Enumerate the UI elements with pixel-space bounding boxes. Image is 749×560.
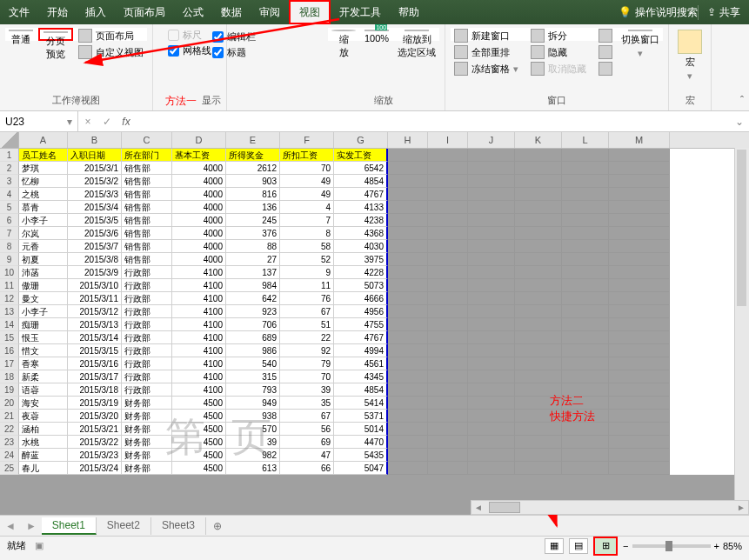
zoom-button[interactable]: 缩 放 (328, 28, 359, 41)
cell[interactable]: 2015/3/22 (68, 436, 122, 449)
row-header[interactable]: 11 (0, 279, 19, 292)
cell[interactable] (515, 370, 562, 383)
cell[interactable]: 76 (280, 292, 334, 305)
tab-nav-next[interactable]: ► (21, 520, 42, 532)
cell[interactable] (609, 357, 670, 370)
cell[interactable] (609, 370, 670, 383)
cell[interactable] (609, 383, 670, 397)
cell[interactable]: 所在部门 (122, 149, 172, 162)
cell[interactable]: 5435 (334, 449, 388, 462)
cell[interactable] (609, 318, 670, 331)
cell[interactable]: 35 (280, 397, 334, 410)
cell[interactable]: 2015/3/2 (68, 175, 122, 188)
cell[interactable]: 11 (280, 279, 334, 292)
cell[interactable]: 2015/3/8 (68, 253, 122, 266)
cell[interactable] (428, 240, 468, 253)
cell[interactable]: 慕青 (19, 201, 68, 214)
cell[interactable] (388, 214, 428, 227)
cell[interactable] (388, 162, 428, 175)
col-C[interactable]: C (122, 132, 172, 148)
cell[interactable]: 4000 (172, 214, 226, 227)
cell[interactable] (388, 201, 428, 214)
cell[interactable] (515, 201, 562, 214)
cell[interactable]: 4000 (172, 240, 226, 253)
tab-文件[interactable]: 文件 (0, 0, 38, 24)
page-layout-button[interactable]: 页面布局 (75, 28, 147, 43)
cell[interactable]: 行政部 (122, 305, 172, 318)
cell[interactable] (428, 227, 468, 240)
cell[interactable]: 66 (280, 462, 334, 475)
cell[interactable] (468, 344, 515, 357)
collapse-ribbon-button[interactable]: ˆ (740, 95, 744, 107)
cell[interactable]: 6542 (334, 162, 388, 175)
cell[interactable]: 4767 (334, 331, 388, 344)
cell[interactable] (562, 266, 609, 279)
cell[interactable]: 5414 (334, 397, 388, 410)
cell[interactable]: 88 (226, 240, 280, 253)
cell[interactable] (388, 266, 428, 279)
cell[interactable] (609, 331, 670, 344)
tab-帮助[interactable]: 帮助 (390, 0, 428, 24)
cell[interactable]: 4500 (172, 462, 226, 475)
cell[interactable] (609, 149, 670, 162)
cell[interactable] (428, 162, 468, 175)
zoom-slider[interactable] (632, 544, 711, 548)
winsync-icon[interactable] (595, 44, 616, 60)
cell[interactable]: 新柔 (19, 370, 68, 383)
cell[interactable]: 销售部 (122, 227, 172, 240)
cell[interactable]: 2015/3/6 (68, 227, 122, 240)
cell[interactable]: 92 (280, 344, 334, 357)
cell[interactable] (388, 279, 428, 292)
cell[interactable]: 4100 (172, 266, 226, 279)
cell[interactable]: 所得奖金 (226, 149, 280, 162)
cell[interactable] (609, 162, 670, 175)
cell[interactable]: 行政部 (122, 344, 172, 357)
cell[interactable] (428, 175, 468, 188)
macros-button[interactable]: 宏 ▾ (674, 28, 706, 83)
cell[interactable]: 行政部 (122, 292, 172, 305)
cell[interactable] (609, 253, 670, 266)
zoom-knob[interactable] (665, 541, 672, 551)
cell[interactable]: 4100 (172, 370, 226, 383)
cell[interactable]: 沛菡 (19, 266, 68, 279)
col-B[interactable]: B (68, 132, 122, 148)
vscroll-thumb[interactable] (737, 150, 746, 306)
row-header[interactable]: 9 (0, 253, 19, 266)
cell[interactable]: 惜文 (19, 344, 68, 357)
cell[interactable] (428, 318, 468, 331)
cell[interactable]: 5047 (334, 462, 388, 475)
cell[interactable] (468, 175, 515, 188)
cell[interactable] (515, 331, 562, 344)
row-header[interactable]: 4 (0, 188, 19, 201)
cell[interactable] (468, 253, 515, 266)
cell[interactable]: 4000 (172, 227, 226, 240)
cell[interactable] (388, 305, 428, 318)
cell[interactable]: 642 (226, 292, 280, 305)
cell[interactable] (468, 410, 515, 423)
cell[interactable]: 79 (280, 357, 334, 370)
cell[interactable] (388, 397, 428, 410)
cell[interactable]: 923 (226, 305, 280, 318)
cell[interactable]: 行政部 (122, 266, 172, 279)
cell[interactable]: 2015/3/21 (68, 423, 122, 436)
cell[interactable] (468, 201, 515, 214)
cell[interactable]: 4500 (172, 423, 226, 436)
cell[interactable]: 销售部 (122, 214, 172, 227)
cell[interactable] (468, 397, 515, 410)
cell[interactable]: 5371 (334, 410, 388, 423)
cell[interactable] (562, 305, 609, 318)
winreset-icon[interactable] (595, 61, 616, 77)
cell[interactable] (388, 423, 428, 436)
cell[interactable]: 2015/3/3 (68, 188, 122, 201)
cell[interactable]: 尔岚 (19, 227, 68, 240)
cell[interactable] (388, 436, 428, 449)
cell[interactable]: 70 (280, 370, 334, 383)
cell[interactable]: 49 (280, 175, 334, 188)
cell[interactable]: 5073 (334, 279, 388, 292)
row-header[interactable]: 8 (0, 240, 19, 253)
cell[interactable]: 2015/3/5 (68, 214, 122, 227)
cell[interactable]: 入职日期 (68, 149, 122, 162)
cell[interactable] (609, 240, 670, 253)
cell[interactable]: 行政部 (122, 383, 172, 397)
cell[interactable] (515, 162, 562, 175)
